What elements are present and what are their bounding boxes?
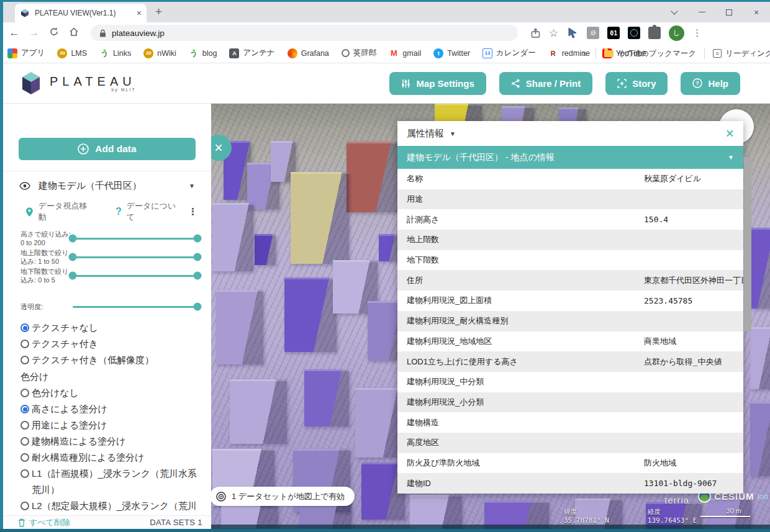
- panel-scrollbar[interactable]: [744, 157, 751, 331]
- ext-react-icon[interactable]: [628, 27, 640, 39]
- radio-icon[interactable]: [20, 453, 29, 462]
- bookmark-item[interactable]: 13 カレンダー: [482, 48, 536, 58]
- other-bookmarks[interactable]: その他のブックマーク: [604, 48, 696, 59]
- bookmark-label: Twitter: [447, 49, 470, 58]
- bookmark-item[interactable]: う blog: [189, 48, 217, 58]
- lock-icon: [99, 29, 106, 37]
- profile-avatar[interactable]: し: [669, 25, 684, 41]
- slider-track[interactable]: [73, 306, 197, 308]
- colorize-option[interactable]: 色分けなし: [20, 385, 202, 401]
- dataset-actions-row: データ視点移動 ? データについて ⋮: [3, 203, 211, 220]
- back-icon[interactable]: ←: [6, 27, 22, 39]
- plateau-logo[interactable]: PLATEAU by MLIT: [19, 70, 136, 97]
- ext-page-icon[interactable]: @: [587, 27, 599, 39]
- window-maximize-icon[interactable]: [715, 2, 743, 22]
- help-button[interactable]: ? Help: [681, 72, 740, 95]
- new-tab-button[interactable]: +: [155, 5, 162, 19]
- slider-track[interactable]: [73, 238, 197, 240]
- delete-all-button[interactable]: すべて削除: [18, 517, 70, 528]
- radio-icon[interactable]: [20, 437, 29, 446]
- address-bar[interactable]: plateauview.jp: [91, 25, 518, 41]
- bookmark-item[interactable]: う Links: [99, 48, 131, 58]
- browser-tab[interactable]: PLATEAU VIEW(Ver1.1) ×: [15, 4, 147, 22]
- radio-icon[interactable]: [20, 389, 29, 397]
- slider-handle[interactable]: [194, 303, 202, 311]
- tab-close-icon[interactable]: ×: [137, 9, 142, 17]
- radio-icon[interactable]: [20, 405, 29, 413]
- more-options-icon[interactable]: ⋮: [188, 206, 197, 217]
- extensions-puzzle-icon[interactable]: [648, 27, 661, 39]
- colorize-option[interactable]: 建物構造による塗分け: [20, 433, 202, 449]
- floors-above-filter-slider[interactable]: 地上階数で絞り込み: 1 to 50: [3, 248, 211, 266]
- slider-track[interactable]: [73, 256, 197, 258]
- texture-option[interactable]: テクスチャ付き: [20, 336, 202, 352]
- slider-handle-min[interactable]: [69, 272, 77, 280]
- radio-icon[interactable]: [20, 340, 29, 348]
- texture-option[interactable]: テクスチャなし: [20, 320, 202, 336]
- map-settings-button[interactable]: Map Settings: [389, 72, 486, 95]
- radio-icon[interactable]: [20, 323, 29, 332]
- radio-icon[interactable]: [20, 421, 29, 430]
- slider-handle-max[interactable]: [194, 235, 202, 243]
- opacity-slider[interactable]: 透明度:: [3, 297, 211, 316]
- slider-handle-max[interactable]: [194, 272, 202, 280]
- colorize-option[interactable]: L1（計画規模）_浸水ランク（荒川水系荒川）: [20, 466, 202, 498]
- bookmark-item[interactable]: t Twitter: [433, 48, 470, 58]
- bookmark-item[interactable]: M gmail: [389, 48, 421, 58]
- slider-track[interactable]: [73, 275, 197, 277]
- bookmark-item[interactable]: 30 nWiki: [143, 48, 176, 58]
- add-data-button[interactable]: Add data: [19, 138, 196, 160]
- bookmark-item[interactable]: A アンテナ: [229, 48, 274, 58]
- about-data-label[interactable]: データについて: [127, 201, 183, 223]
- ext-01-icon[interactable]: 01: [607, 27, 620, 39]
- attribute-section-bar[interactable]: 建物モデル（千代田区） - 地点の情報 ▼: [397, 146, 743, 169]
- bookmark-star-icon[interactable]: ☆: [549, 27, 558, 40]
- ext-cursor-icon[interactable]: [566, 27, 579, 39]
- height-filter-slider[interactable]: 高さで絞り込み: 0 to 200: [3, 229, 211, 248]
- share-print-button[interactable]: Share / Print: [499, 72, 592, 95]
- map-pin-icon[interactable]: [25, 207, 34, 217]
- dataset-header-row[interactable]: 建物モデル（千代田区） ▼: [3, 177, 211, 194]
- browser-toolbar: ← → plateauview.jp ☆ @ 01 し ⋮: [0, 22, 770, 43]
- bookmark-icon: う: [189, 48, 199, 58]
- style-options: テクスチャなし テクスチャ付き テクスチャ付き（低解像度） 色分け 色分けなし: [3, 320, 211, 516]
- radio-icon[interactable]: [20, 469, 29, 478]
- home-icon[interactable]: [66, 27, 82, 40]
- colorize-option[interactable]: 耐火構造種別による塗分け: [20, 449, 202, 466]
- share-icon[interactable]: [530, 28, 541, 38]
- bookmark-item[interactable]: Grafana: [288, 48, 329, 58]
- browser-menu-icon[interactable]: ⋮: [692, 27, 702, 38]
- chevron-down-icon[interactable]: ▼: [450, 130, 456, 137]
- colorize-option[interactable]: 用途による塗分け: [20, 417, 202, 433]
- viewpoint-action-label[interactable]: データ視点移動: [38, 201, 94, 223]
- story-button[interactable]: Story: [605, 72, 668, 95]
- chevron-down-icon[interactable]: ▼: [189, 183, 195, 189]
- bookmark-item[interactable]: アプリ: [7, 48, 45, 58]
- active-datasets-pill[interactable]: 1 データセットが地図上で有効: [211, 487, 355, 506]
- reading-list[interactable]: ≡ リーディング リスト: [713, 48, 770, 59]
- radio-icon[interactable]: [20, 502, 29, 510]
- sidebar: Add data 建物モデル（千代田区） ▼ データ視点移動 ? データについて…: [3, 104, 211, 529]
- bookmarks-overflow-icon[interactable]: »: [582, 48, 587, 58]
- eye-icon[interactable]: [19, 182, 30, 190]
- slider-handle-min[interactable]: [69, 253, 77, 261]
- floors-below-filter-slider[interactable]: 地下階数で絞り込み: 0 to 5: [3, 266, 211, 285]
- forward-icon[interactable]: →: [26, 27, 42, 39]
- window-chevron-icon[interactable]: [661, 2, 688, 22]
- bookmark-item[interactable]: 30 LMS: [57, 48, 87, 58]
- window-close-icon[interactable]: ×: [743, 2, 770, 22]
- sliders-icon: [401, 79, 410, 88]
- colorize-option[interactable]: 高さによる塗分け: [20, 401, 202, 417]
- bookmark-item[interactable]: 英辞郎: [342, 48, 377, 58]
- window-minimize-icon[interactable]: [688, 2, 715, 22]
- chevron-down-icon[interactable]: ▼: [728, 154, 734, 161]
- colorize-option-label: 耐火構造種別による塗分け: [32, 449, 144, 466]
- slider-handle-max[interactable]: [194, 253, 202, 261]
- reload-icon[interactable]: [46, 27, 62, 40]
- question-icon[interactable]: ?: [116, 206, 122, 217]
- radio-icon[interactable]: [20, 356, 29, 364]
- slider-handle-min[interactable]: [69, 235, 77, 243]
- panel-close-icon[interactable]: ×: [726, 127, 734, 141]
- texture-option[interactable]: テクスチャ付き（低解像度）: [20, 352, 202, 368]
- colorize-option[interactable]: L2（想定最大規模）_浸水ランク（荒川水系荒川）: [20, 498, 202, 516]
